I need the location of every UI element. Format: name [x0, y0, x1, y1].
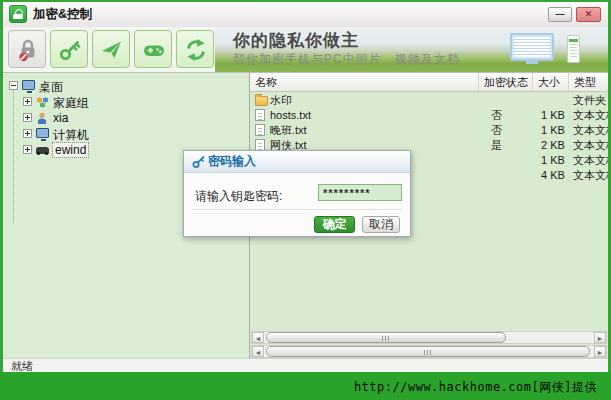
panel-horizontal-scrollbar[interactable]: ◄ ►	[251, 345, 607, 358]
footer-credit-text: http://www.hackhome.com[网侠]提供	[354, 379, 597, 396]
file-row[interactable]: hosts.txt 否 1 KB 文本文档	[250, 108, 608, 123]
scrollbar-thumb[interactable]	[266, 346, 590, 357]
send-button[interactable]	[92, 30, 130, 68]
homegroup-icon	[36, 96, 49, 108]
user-icon	[36, 112, 49, 124]
file-status	[491, 153, 531, 168]
gamepad-icon	[142, 38, 166, 62]
dialog-title: 密码输入	[208, 151, 256, 172]
key-blue-icon	[192, 155, 206, 169]
scroll-left-icon[interactable]: ◄	[252, 346, 264, 357]
file-type: 文本文档	[573, 123, 608, 138]
file-size: 1 KB	[541, 123, 571, 138]
banner-subheadline: 帮你加密手机与PC中照片、视频及文档	[233, 51, 460, 68]
lock-button[interactable]	[8, 30, 46, 68]
computer-icon	[36, 128, 49, 138]
password-dialog: 密码输入 请输入钥匙密码: 确定 取消	[183, 150, 411, 237]
file-type: 文本文档	[573, 168, 608, 183]
close-icon: ✕	[585, 9, 593, 19]
file-name: hosts.txt	[270, 108, 476, 123]
column-header-name[interactable]: 名称	[250, 73, 479, 91]
file-status	[491, 93, 531, 108]
text-file-icon	[255, 109, 265, 121]
tree-item-label[interactable]: 家庭组	[53, 95, 89, 112]
window-title: 加密&控制	[33, 2, 92, 27]
file-status: 否	[491, 123, 531, 138]
scroll-left-icon[interactable]: ◄	[252, 332, 264, 343]
text-file-icon	[255, 124, 265, 136]
column-header-type[interactable]: 类型	[569, 73, 608, 91]
close-button[interactable]: ✕	[576, 7, 601, 22]
monitor-illustration-icon	[510, 33, 554, 61]
column-header-size[interactable]: 大小	[533, 73, 569, 91]
dialog-separator	[192, 209, 402, 210]
file-size: 1 KB	[541, 153, 571, 168]
key-button[interactable]	[50, 30, 88, 68]
promo-banner: 你的隐私你做主 帮你加密手机与PC中照片、视频及文档	[215, 27, 608, 72]
refresh-button[interactable]	[176, 30, 214, 68]
file-name: 晚班.txt	[270, 123, 476, 138]
app-logo-icon	[9, 5, 27, 23]
refresh-icon	[184, 38, 208, 62]
collapse-icon[interactable]	[9, 81, 18, 90]
file-name: 水印	[270, 93, 476, 108]
status-text: 就绪	[11, 360, 33, 372]
scroll-right-icon[interactable]: ►	[594, 346, 606, 357]
cancel-button[interactable]: 取消	[362, 216, 400, 233]
games-button[interactable]	[134, 30, 172, 68]
footer-bar: http://www.hackhome.com[网侠]提供	[0, 372, 611, 400]
file-type: 文本文档	[573, 108, 608, 123]
file-type: 文本文档	[573, 138, 608, 153]
list-header: 名称 加密状态 大小 类型	[250, 73, 608, 92]
expand-icon[interactable]	[23, 113, 32, 122]
list-horizontal-scrollbar[interactable]: ◄ ►	[251, 331, 607, 344]
file-type: 文件夹	[573, 93, 608, 108]
paper-plane-icon	[100, 38, 124, 62]
file-status	[491, 168, 531, 183]
password-label: 请输入钥匙密码:	[195, 188, 282, 205]
file-size	[541, 93, 571, 108]
ok-button[interactable]: 确定	[314, 216, 355, 233]
minimize-button[interactable]: —	[548, 7, 572, 22]
column-header-status[interactable]: 加密状态	[479, 73, 533, 91]
tree-item-label[interactable]: 计算机	[53, 127, 89, 144]
status-bar: 就绪	[3, 358, 608, 372]
expand-icon[interactable]	[23, 129, 32, 138]
scrollbar-thumb[interactable]	[266, 332, 506, 343]
file-size: 4 KB	[541, 168, 571, 183]
file-size: 1 KB	[541, 108, 571, 123]
phone-illustration-icon	[567, 35, 580, 63]
scroll-right-icon[interactable]: ►	[594, 332, 606, 343]
banner-headline: 你的隐私你做主	[233, 29, 359, 52]
expand-icon[interactable]	[23, 97, 32, 106]
title-bar: 加密&控制 — ✕	[3, 2, 608, 28]
tree-item-label[interactable]: xia	[53, 111, 68, 125]
minimize-icon: —	[556, 9, 565, 19]
folder-icon	[255, 96, 268, 106]
key-icon	[58, 38, 82, 62]
car-icon	[36, 147, 49, 154]
file-row[interactable]: 水印 文件夹	[250, 93, 608, 108]
tree-connector-line	[13, 87, 14, 223]
app-window: 加密&控制 — ✕	[0, 0, 611, 400]
tree-item-label[interactable]: 桌面	[39, 79, 63, 96]
file-size: 2 KB	[541, 138, 571, 153]
toolbar: 你的隐私你做主 帮你加密手机与PC中照片、视频及文档	[3, 27, 608, 72]
file-row[interactable]: 晚班.txt 否 1 KB 文本文档	[250, 123, 608, 138]
tree-item-label[interactable]: ewind	[53, 143, 88, 157]
expand-icon[interactable]	[23, 145, 32, 154]
file-type: 文本文档	[573, 153, 608, 168]
dialog-title-bar[interactable]: 密码输入	[184, 151, 410, 173]
file-status: 否	[491, 108, 531, 123]
password-input[interactable]	[318, 184, 402, 201]
lock-disabled-icon	[16, 38, 40, 62]
monitor-icon	[22, 80, 35, 90]
file-status: 是	[491, 138, 531, 153]
